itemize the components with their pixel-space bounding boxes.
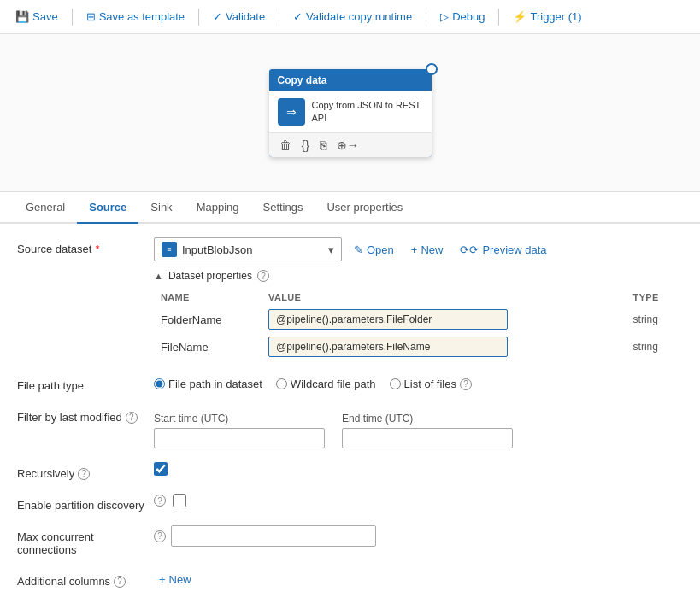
max-concurrent-info-icon: ? bbox=[154, 530, 166, 542]
tab-user-properties[interactable]: User properties bbox=[315, 192, 415, 224]
collapse-arrow-icon[interactable]: ▲ bbox=[154, 271, 163, 281]
wildcard-file-path-option[interactable]: Wildcard file path bbox=[276, 378, 376, 390]
activity-arrow-button[interactable]: ⊕→ bbox=[335, 137, 361, 154]
enable-partition-discovery-control: ? bbox=[154, 494, 683, 507]
table-row: FileName string bbox=[154, 333, 683, 360]
table-row: FolderName string bbox=[154, 306, 683, 333]
additional-columns-control: + New bbox=[154, 570, 683, 589]
prop-value-input[interactable] bbox=[268, 309, 508, 330]
toolbar-separator-2 bbox=[198, 9, 199, 26]
validate-copy-runtime-button[interactable]: ✓ Validate copy runtime bbox=[288, 7, 417, 26]
trigger-button[interactable]: ⚡ Trigger (1) bbox=[508, 7, 586, 26]
toolbar-separator-1 bbox=[72, 9, 73, 26]
add-icon: + bbox=[159, 573, 166, 586]
activity-label: Copy from JSON to REST API bbox=[312, 99, 423, 124]
save-as-template-button[interactable]: ⊞ Save as template bbox=[81, 7, 190, 26]
activity-card-footer: 🗑 {} ⎘ ⊕→ bbox=[269, 132, 432, 157]
required-marker: * bbox=[95, 243, 99, 255]
additional-columns-row: Additional columns ? + New bbox=[17, 570, 683, 589]
activity-copy-button[interactable]: ⎘ bbox=[318, 137, 328, 154]
additional-columns-info-icon: ? bbox=[114, 576, 126, 588]
validate-button[interactable]: ✓ Validate bbox=[208, 7, 270, 26]
pipeline-canvas: Copy data ⇒ Copy from JSON to REST API 🗑… bbox=[0, 34, 700, 192]
activity-type-icon: ⇒ bbox=[278, 98, 305, 126]
file-path-type-row: File path type File path in dataset Wild… bbox=[17, 374, 683, 392]
toolbar: 💾 Save ⊞ Save as template ✓ Validate ✓ V… bbox=[0, 0, 700, 34]
source-dataset-control: ≡ InputBlobJson ▾ ✎ Open + New ⟳⟳ Previe… bbox=[154, 237, 683, 360]
activity-code-button[interactable]: {} bbox=[300, 137, 311, 154]
enable-partition-discovery-label: Enable partition discovery bbox=[17, 494, 154, 512]
source-tab-content: Source dataset * ≡ InputBlobJson ▾ ✎ Ope… bbox=[0, 224, 700, 615]
trigger-icon: ⚡ bbox=[513, 10, 526, 23]
dataset-props-info-icon: ? bbox=[257, 270, 269, 282]
col-header-type: TYPE bbox=[626, 289, 683, 306]
recursively-row: Recursively ? bbox=[17, 462, 683, 480]
file-path-in-dataset-radio[interactable] bbox=[154, 378, 165, 390]
toolbar-separator-5 bbox=[498, 9, 499, 26]
tab-sink[interactable]: Sink bbox=[138, 192, 184, 224]
validate-copy-icon: ✓ bbox=[293, 10, 303, 23]
tabs-container: General Source Sink Mapping Settings Use… bbox=[0, 192, 700, 224]
activity-delete-button[interactable]: 🗑 bbox=[278, 137, 293, 154]
tab-source[interactable]: Source bbox=[77, 192, 138, 224]
source-dataset-label: Source dataset * bbox=[17, 237, 154, 255]
wildcard-file-path-radio[interactable] bbox=[276, 378, 287, 390]
start-time-label: Start time (UTC) bbox=[154, 413, 325, 425]
debug-button[interactable]: ▷ Debug bbox=[435, 7, 490, 26]
add-additional-column-button[interactable]: + New bbox=[154, 570, 197, 589]
source-dataset-row: Source dataset * ≡ InputBlobJson ▾ ✎ Ope… bbox=[17, 237, 683, 360]
validate-icon: ✓ bbox=[213, 10, 222, 23]
filter-datetime-control: Start time (UTC) End time (UTC) bbox=[154, 406, 683, 448]
dataset-icon: ≡ bbox=[162, 242, 177, 257]
copy-data-activity-card[interactable]: Copy data ⇒ Copy from JSON to REST API 🗑… bbox=[269, 69, 432, 157]
enable-partition-checkbox-row: ? bbox=[154, 494, 683, 507]
enable-partition-discovery-checkbox[interactable] bbox=[173, 494, 186, 507]
prop-value-cell[interactable] bbox=[262, 306, 626, 333]
file-path-radio-group: File path in dataset Wildcard file path … bbox=[154, 374, 683, 390]
start-time-group: Start time (UTC) bbox=[154, 413, 325, 448]
source-dataset-select[interactable]: ≡ InputBlobJson ▾ bbox=[154, 237, 342, 261]
tab-settings[interactable]: Settings bbox=[251, 192, 315, 224]
open-icon: ✎ bbox=[354, 243, 363, 256]
list-of-files-option[interactable]: List of files ? bbox=[390, 378, 472, 390]
recursively-checkbox-row bbox=[154, 462, 683, 476]
toolbar-separator-4 bbox=[426, 9, 426, 26]
datetime-row: Start time (UTC) End time (UTC) bbox=[154, 413, 683, 448]
preview-data-button[interactable]: ⟳⟳ Preview data bbox=[455, 240, 551, 260]
start-time-input[interactable] bbox=[154, 428, 325, 448]
dataset-select-row: ≡ InputBlobJson ▾ ✎ Open + New ⟳⟳ Previe… bbox=[154, 237, 683, 261]
filter-info-icon: ? bbox=[126, 412, 138, 424]
recursively-info-icon: ? bbox=[78, 468, 90, 480]
file-path-type-control: File path in dataset Wildcard file path … bbox=[154, 374, 683, 390]
tab-general[interactable]: General bbox=[14, 192, 77, 224]
recursively-checkbox[interactable] bbox=[154, 462, 168, 476]
end-time-input[interactable] bbox=[342, 428, 513, 448]
max-concurrent-connections-control: ? bbox=[154, 525, 683, 547]
save-button[interactable]: 💾 Save bbox=[10, 7, 63, 26]
filter-by-last-modified-label: Filter by last modified ? bbox=[17, 406, 154, 424]
prop-name-cell: FolderName bbox=[154, 306, 262, 333]
save-as-template-icon: ⊞ bbox=[86, 10, 96, 23]
prop-value-cell[interactable] bbox=[262, 333, 626, 360]
dataset-props-header: ▲ Dataset properties ? bbox=[154, 270, 683, 282]
recursively-control bbox=[154, 462, 683, 476]
tab-mapping[interactable]: Mapping bbox=[185, 192, 251, 224]
activity-card-header: Copy data bbox=[269, 69, 432, 91]
max-concurrent-connections-input[interactable] bbox=[171, 525, 376, 547]
preview-icon: ⟳⟳ bbox=[460, 243, 479, 256]
recursively-label: Recursively ? bbox=[17, 462, 154, 480]
additional-columns-label: Additional columns ? bbox=[17, 570, 154, 588]
file-path-type-label: File path type bbox=[17, 374, 154, 392]
partition-discovery-info-icon: ? bbox=[154, 495, 166, 507]
file-path-in-dataset-option[interactable]: File path in dataset bbox=[154, 378, 262, 390]
prop-name-cell: FileName bbox=[154, 333, 262, 360]
end-time-group: End time (UTC) bbox=[342, 413, 513, 448]
list-of-files-radio[interactable] bbox=[390, 378, 401, 390]
open-dataset-button[interactable]: ✎ Open bbox=[349, 240, 399, 260]
plus-icon: + bbox=[411, 243, 418, 256]
max-concurrent-connections-row: Max concurrent connections ? bbox=[17, 525, 683, 556]
filter-by-last-modified-row: Filter by last modified ? Start time (UT… bbox=[17, 406, 683, 448]
prop-type-cell: string bbox=[626, 333, 683, 360]
prop-value-input[interactable] bbox=[268, 337, 508, 357]
new-dataset-button[interactable]: + New bbox=[406, 240, 449, 260]
